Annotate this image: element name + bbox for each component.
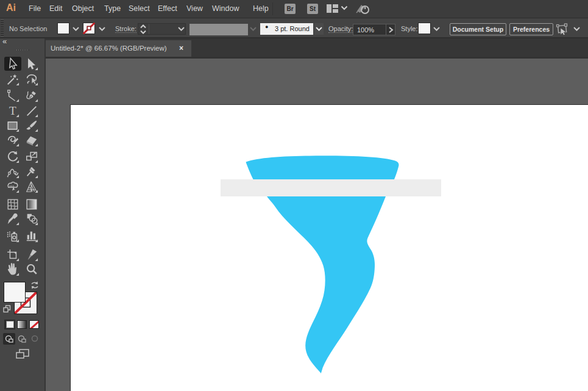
- svg-text:T: T: [9, 104, 16, 117]
